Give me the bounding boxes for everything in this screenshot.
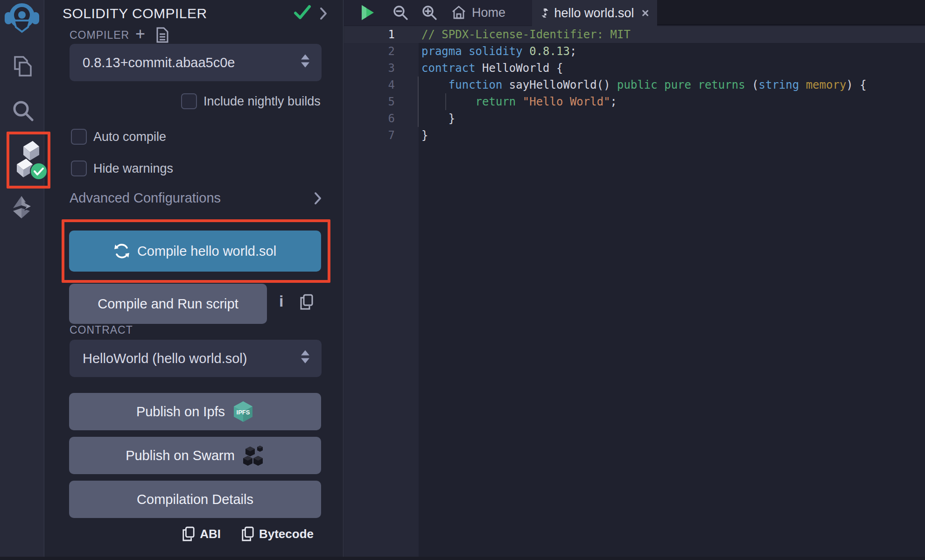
deploy-and-run-icon[interactable] — [10, 195, 35, 223]
publish-swarm-button[interactable]: Publish on Swarm — [69, 437, 321, 474]
contract-select-value: HelloWorld (hello world.sol) — [83, 351, 247, 366]
home-icon — [451, 5, 466, 20]
home-tab-label: Home — [472, 6, 505, 20]
hide-warnings-label: Hide warnings — [93, 161, 173, 176]
zoom-in-icon[interactable] — [421, 0, 437, 25]
bytecode-label: Bytecode — [259, 527, 314, 541]
auto-compile-label: Auto compile — [93, 130, 166, 144]
copy-bytecode-button[interactable]: Bytecode — [241, 526, 314, 541]
zoom-out-icon[interactable] — [392, 0, 408, 25]
code-line-4[interactable]: 4 function sayHelloWorld() public pure r… — [344, 77, 925, 93]
artifacts-row: ABI Bytecode — [45, 526, 343, 541]
copy-abi-button[interactable]: ABI — [182, 526, 221, 541]
line-number: 4 — [344, 78, 419, 91]
include-nightly-label: Include nightly builds — [203, 94, 321, 109]
code-line-1[interactable]: 1// SPDX-License-Identifier: MIT — [344, 26, 925, 43]
editor-area: Home hello world.sol 1// SPDX-License-Id… — [344, 0, 925, 560]
hide-warnings-checkbox[interactable] — [71, 161, 87, 176]
code-text: } — [419, 129, 925, 142]
include-nightly-checkbox[interactable] — [181, 93, 197, 109]
copy-icon — [182, 526, 195, 541]
solidity-file-icon — [541, 6, 548, 20]
panel-title: SOLIDITY COMPILER — [63, 6, 207, 21]
auto-compile-checkbox-row[interactable]: Auto compile — [71, 129, 166, 145]
code-text: // SPDX-License-Identifier: MIT — [419, 28, 925, 41]
home-tab[interactable]: Home — [451, 0, 505, 25]
advanced-chevron-icon — [314, 192, 322, 205]
remix-ide-window: SOLIDITY COMPILER COMPILER + 0.8.13+comm… — [0, 0, 925, 560]
auto-compile-checkbox[interactable] — [71, 129, 87, 145]
line-number: 2 — [344, 45, 419, 58]
indent-guide — [418, 77, 419, 127]
line-number: 6 — [344, 112, 419, 125]
code-text: } — [419, 112, 925, 125]
editor-tabbar: Home hello world.sol — [344, 0, 925, 25]
publish-ipfs-button[interactable]: Publish on Ipfs IPFS — [69, 393, 321, 430]
hide-warnings-checkbox-row[interactable]: Hide warnings — [71, 161, 173, 176]
swarm-icon — [242, 445, 265, 466]
refresh-icon — [114, 243, 130, 259]
compiler-config-file-icon[interactable] — [156, 27, 169, 45]
indent-guide — [445, 93, 446, 110]
line-number: 1 — [344, 28, 419, 41]
file-explorer-icon[interactable] — [11, 55, 35, 80]
compile-and-run-button[interactable]: Compile and Run script — [69, 284, 267, 324]
info-icon[interactable]: i — [279, 292, 283, 310]
run-script-button[interactable] — [360, 0, 375, 25]
line-number: 5 — [344, 95, 419, 108]
bottom-edge — [0, 557, 925, 560]
publish-ipfs-label: Publish on Ipfs — [136, 404, 225, 420]
contract-select[interactable]: HelloWorld (hello world.sol) — [70, 340, 322, 377]
solidity-compiler-icon[interactable] — [13, 140, 43, 182]
compiler-version-value: 0.8.13+commit.abaa5c0e — [83, 55, 235, 70]
panel-collapse-chevron-icon[interactable] — [319, 7, 328, 22]
compilation-details-label: Compilation Details — [137, 492, 253, 507]
code-lines: 1// SPDX-License-Identifier: MIT2pragma … — [344, 26, 925, 144]
code-line-3[interactable]: 3contract HelloWorld { — [344, 60, 925, 77]
code-editor[interactable]: 1// SPDX-License-Identifier: MIT2pragma … — [344, 26, 925, 560]
code-line-5[interactable]: 5 return "Hello World"; — [344, 93, 925, 110]
copy-icon — [241, 526, 254, 541]
publish-swarm-label: Publish on Swarm — [126, 448, 235, 463]
compile-button-label: Compile hello world.sol — [137, 244, 276, 259]
code-text: return "Hello World"; — [419, 95, 925, 108]
code-text: contract HelloWorld { — [419, 62, 925, 75]
abi-label: ABI — [200, 527, 221, 541]
advanced-configurations-label: Advanced Configurations — [70, 190, 221, 206]
close-tab-icon[interactable] — [642, 8, 649, 18]
include-nightly-checkbox-row[interactable]: Include nightly builds — [181, 93, 321, 109]
code-line-2[interactable]: 2pragma solidity 0.8.13; — [344, 43, 925, 60]
file-tab-hello-world[interactable]: hello world.sol — [532, 0, 657, 26]
copy-script-icon[interactable] — [300, 294, 314, 312]
code-line-7[interactable]: 7} — [344, 127, 925, 144]
select-updown-icon — [300, 54, 310, 72]
line-number: 3 — [344, 62, 419, 75]
select-updown-icon — [300, 350, 310, 368]
compiler-version-select[interactable]: 0.8.13+commit.abaa5c0e — [70, 44, 322, 81]
line-number: 7 — [344, 129, 419, 142]
advanced-configurations-toggle[interactable]: Advanced Configurations — [70, 190, 322, 206]
compiler-section-label: COMPILER — [70, 29, 129, 42]
compile-button[interactable]: Compile hello world.sol — [69, 231, 321, 272]
contract-section-label: CONTRACT — [70, 324, 133, 336]
code-text: function sayHelloWorld() public pure ret… — [419, 78, 925, 91]
remix-logo-icon[interactable] — [4, 3, 40, 35]
code-line-6[interactable]: 6 } — [344, 110, 925, 127]
add-compiler-icon[interactable]: + — [135, 24, 145, 44]
svg-text:IPFS: IPFS — [237, 409, 250, 416]
search-icon[interactable] — [11, 99, 35, 124]
file-tab-label: hello world.sol — [554, 6, 634, 21]
compiled-check-badge — [30, 162, 48, 180]
compilation-details-button[interactable]: Compilation Details — [69, 481, 321, 518]
compile-and-run-label: Compile and Run script — [98, 296, 238, 312]
solidity-compiler-panel: SOLIDITY COMPILER COMPILER + 0.8.13+comm… — [45, 0, 343, 560]
activity-bar — [0, 0, 44, 560]
ipfs-icon: IPFS — [232, 401, 254, 422]
code-text: pragma solidity 0.8.13; — [419, 45, 925, 58]
compile-success-check-icon — [294, 5, 311, 22]
